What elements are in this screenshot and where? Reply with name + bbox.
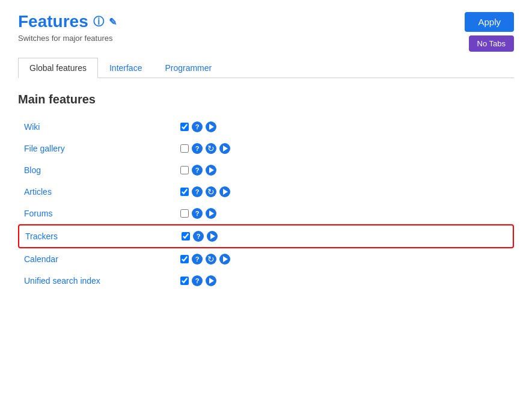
feature-row-forums: Forums ? bbox=[18, 203, 514, 224]
feature-row-unified-search: Unified search index ? bbox=[18, 270, 514, 292]
feature-row-wiki: Wiki ? bbox=[18, 116, 514, 138]
feature-checkbox-calendar[interactable] bbox=[180, 255, 189, 263]
play-icon-trackers[interactable] bbox=[207, 231, 218, 242]
tab-global-features[interactable]: Global features bbox=[18, 58, 98, 78]
help-icon-unified-search[interactable]: ? bbox=[192, 275, 203, 286]
feature-row-calendar: Calendar ? ↻ bbox=[18, 248, 514, 270]
feature-list: Wiki ? File gallery ? ↻ Blog ? bbox=[18, 116, 514, 292]
feature-name-file-gallery: File gallery bbox=[24, 144, 180, 153]
play-icon-forums[interactable] bbox=[206, 208, 216, 219]
page-subtitle: Switches for major features bbox=[18, 34, 117, 43]
feature-controls-calendar: ? ↻ bbox=[180, 254, 230, 265]
play-icon-wiki[interactable] bbox=[206, 121, 216, 132]
feature-controls-forums: ? bbox=[180, 208, 216, 219]
help-icon-calendar[interactable]: ? bbox=[192, 254, 203, 265]
feature-controls-wiki: ? bbox=[180, 121, 216, 132]
help-icon-file-gallery[interactable]: ? bbox=[192, 143, 203, 154]
help-icon-articles[interactable]: ? bbox=[192, 186, 203, 197]
feature-name-blog: Blog bbox=[24, 165, 180, 175]
feature-checkbox-articles[interactable] bbox=[180, 188, 189, 196]
section-title: Main features bbox=[18, 93, 514, 106]
feature-row-file-gallery: File gallery ? ↻ bbox=[18, 138, 514, 159]
play-icon-file-gallery[interactable] bbox=[219, 143, 230, 154]
feature-checkbox-forums[interactable] bbox=[180, 209, 189, 218]
tab-interface[interactable]: Interface bbox=[98, 58, 153, 78]
feature-checkbox-blog[interactable] bbox=[180, 166, 189, 174]
no-tabs-button[interactable]: No Tabs bbox=[469, 35, 514, 52]
feature-controls-unified-search: ? bbox=[180, 275, 216, 286]
feature-name-articles: Articles bbox=[24, 187, 180, 197]
feature-checkbox-unified-search[interactable] bbox=[180, 277, 189, 285]
feature-checkbox-wiki[interactable] bbox=[180, 123, 189, 131]
feature-controls-blog: ? bbox=[180, 165, 216, 176]
play-icon-blog[interactable] bbox=[206, 165, 216, 176]
feature-controls-file-gallery: ? ↻ bbox=[180, 143, 230, 154]
feature-controls-articles: ? ↻ bbox=[180, 186, 230, 197]
feature-name-trackers: Trackers bbox=[25, 231, 182, 241]
play-icon-articles[interactable] bbox=[219, 186, 230, 197]
page-container: Features ⓘ ✎ Switches for major features… bbox=[0, 0, 532, 304]
feature-checkbox-trackers[interactable] bbox=[182, 232, 190, 240]
help-icon-blog[interactable]: ? bbox=[192, 165, 203, 176]
refresh-icon-calendar[interactable]: ↻ bbox=[206, 254, 216, 265]
header-buttons: Apply No Tabs bbox=[465, 12, 514, 52]
refresh-icon-file-gallery[interactable]: ↻ bbox=[206, 143, 216, 154]
play-icon-calendar[interactable] bbox=[219, 254, 230, 265]
edit-icon[interactable]: ✎ bbox=[109, 16, 117, 28]
tab-programmer[interactable]: Programmer bbox=[153, 58, 223, 78]
tabs-row: Global features Interface Programmer bbox=[18, 58, 514, 78]
refresh-icon-articles[interactable]: ↻ bbox=[206, 186, 216, 197]
page-heading: Features ⓘ ✎ bbox=[18, 12, 117, 31]
play-icon-unified-search[interactable] bbox=[206, 275, 216, 286]
feature-name-forums: Forums bbox=[24, 209, 180, 218]
feature-name-wiki: Wiki bbox=[24, 122, 180, 132]
feature-row-articles: Articles ? ↻ bbox=[18, 181, 514, 203]
feature-row-trackers: Trackers ? bbox=[18, 224, 514, 248]
help-icon[interactable]: ⓘ bbox=[93, 14, 104, 29]
title-area: Features ⓘ ✎ Switches for major features bbox=[18, 12, 117, 43]
header-row: Features ⓘ ✎ Switches for major features… bbox=[18, 12, 514, 52]
feature-name-unified-search: Unified search index bbox=[24, 276, 180, 286]
help-icon-trackers[interactable]: ? bbox=[193, 231, 204, 242]
apply-button[interactable]: Apply bbox=[465, 12, 514, 32]
page-title: Features bbox=[18, 12, 88, 31]
feature-controls-trackers: ? bbox=[182, 231, 218, 242]
feature-checkbox-file-gallery[interactable] bbox=[180, 144, 189, 153]
help-icon-wiki[interactable]: ? bbox=[192, 121, 203, 132]
feature-row-blog: Blog ? bbox=[18, 159, 514, 181]
help-icon-forums[interactable]: ? bbox=[192, 208, 203, 219]
feature-name-calendar: Calendar bbox=[24, 254, 180, 264]
